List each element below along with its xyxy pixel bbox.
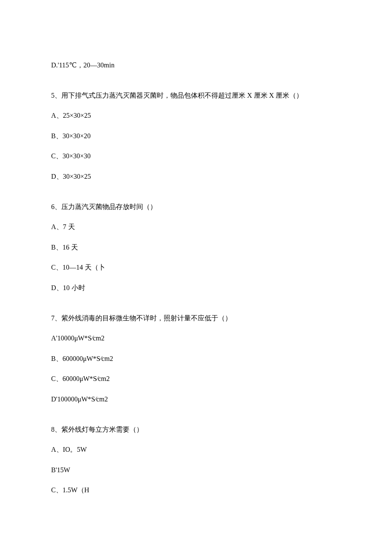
- option-a: A、7 天: [51, 221, 341, 232]
- option-a: A、25×30×25: [51, 110, 341, 121]
- question-8: 8、紫外线灯每立方米需要（） A、IO。5W B'15W C、1.5W（H: [51, 424, 341, 496]
- question-6: 6、压力蒸汽灭菌物品存放时间（） A、7 天 B、16 天 C、10—14 天（…: [51, 201, 341, 293]
- question-5: 5、用下排气式压力蒸汽灭菌器灭菌时，物品包体积不得超过厘米 X 厘米 X 厘米（…: [51, 90, 341, 182]
- question-7: 7、紫外线消毒的目标微生物不详时，照射计量不应低于（） A'10000μW*S⁄…: [51, 313, 341, 405]
- option-c: C、1.5W（H: [51, 485, 341, 496]
- option-c: C、30×30×30: [51, 151, 341, 162]
- option-a: A'10000μW*S⁄cm2: [51, 333, 341, 344]
- option-b: B、16 天: [51, 242, 341, 253]
- option-d: D'100000μW*S⁄cm2: [51, 394, 341, 405]
- option-b: B、30×30×20: [51, 131, 341, 142]
- question-stem: 6、压力蒸汽灭菌物品存放时间（）: [51, 201, 341, 212]
- option-d: D.'115℃，20—30min: [51, 60, 341, 71]
- option-b: B、600000μW*S⁄cm2: [51, 353, 341, 364]
- option-b: B'15W: [51, 465, 341, 476]
- option-c: C、10—14 天（卜: [51, 262, 341, 273]
- question-stem: 5、用下排气式压力蒸汽灭菌器灭菌时，物品包体积不得超过厘米 X 厘米 X 厘米（…: [51, 90, 341, 101]
- option-d: D、30×30×25: [51, 171, 341, 182]
- option-a: A、IO。5W: [51, 444, 341, 455]
- option-d: D、10 小时: [51, 282, 341, 293]
- question-stem: 7、紫外线消毒的目标微生物不详时，照射计量不应低于（）: [51, 313, 341, 324]
- option-c: C、60000μW*S⁄cm2: [51, 373, 341, 384]
- question-4-tail: D.'115℃，20—30min: [51, 60, 341, 71]
- question-stem: 8、紫外线灯每立方米需要（）: [51, 424, 341, 435]
